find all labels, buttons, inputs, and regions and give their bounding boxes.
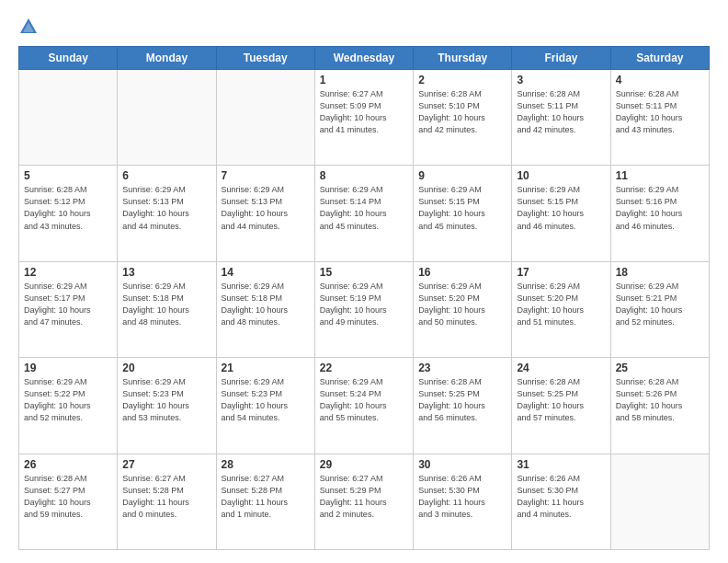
logo-icon (18, 17, 39, 37)
calendar-day-cell: 24Sunrise: 6:28 AM Sunset: 5:25 PM Dayli… (512, 358, 610, 454)
day-number: 16 (418, 266, 506, 279)
day-info: Sunrise: 6:29 AM Sunset: 5:18 PM Dayligh… (122, 281, 210, 328)
day-info: Sunrise: 6:29 AM Sunset: 5:15 PM Dayligh… (418, 184, 506, 232)
day-number: 29 (320, 458, 408, 471)
day-of-week-header: Thursday (414, 47, 512, 70)
day-number: 9 (418, 169, 506, 182)
day-number: 26 (24, 458, 112, 471)
day-number: 3 (517, 74, 605, 86)
calendar-day-cell: 23Sunrise: 6:28 AM Sunset: 5:25 PM Dayli… (414, 358, 512, 454)
day-info: Sunrise: 6:29 AM Sunset: 5:17 PM Dayligh… (24, 281, 112, 328)
calendar-day-cell: 12Sunrise: 6:29 AM Sunset: 5:17 PM Dayli… (19, 261, 118, 357)
day-info: Sunrise: 6:26 AM Sunset: 5:30 PM Dayligh… (517, 473, 605, 521)
day-info: Sunrise: 6:29 AM Sunset: 5:22 PM Dayligh… (24, 376, 112, 424)
day-number: 12 (24, 266, 112, 279)
calendar-table: SundayMondayTuesdayWednesdayThursdayFrid… (18, 46, 710, 550)
calendar-day-cell: 3Sunrise: 6:28 AM Sunset: 5:11 PM Daylig… (512, 70, 610, 166)
day-info: Sunrise: 6:28 AM Sunset: 5:26 PM Dayligh… (616, 376, 704, 424)
calendar-week-row: 26Sunrise: 6:28 AM Sunset: 5:27 PM Dayli… (19, 454, 710, 549)
calendar-day-cell: 4Sunrise: 6:28 AM Sunset: 5:11 PM Daylig… (610, 70, 709, 166)
calendar-week-row: 1Sunrise: 6:27 AM Sunset: 5:09 PM Daylig… (19, 70, 710, 166)
day-number: 10 (517, 169, 605, 182)
day-info: Sunrise: 6:29 AM Sunset: 5:23 PM Dayligh… (122, 376, 210, 424)
calendar-day-cell: 22Sunrise: 6:29 AM Sunset: 5:24 PM Dayli… (314, 358, 413, 454)
day-info: Sunrise: 6:29 AM Sunset: 5:19 PM Dayligh… (320, 281, 408, 328)
day-info: Sunrise: 6:28 AM Sunset: 5:10 PM Dayligh… (418, 88, 506, 136)
header (18, 17, 710, 37)
day-number: 4 (616, 74, 704, 86)
page: SundayMondayTuesdayWednesdayThursdayFrid… (0, 0, 728, 563)
day-info: Sunrise: 6:29 AM Sunset: 5:23 PM Dayligh… (222, 376, 310, 424)
day-number: 2 (418, 74, 506, 86)
calendar-day-cell: 28Sunrise: 6:27 AM Sunset: 5:28 PM Dayli… (216, 454, 314, 549)
day-of-week-header: Sunday (19, 47, 118, 70)
calendar-day-cell: 19Sunrise: 6:29 AM Sunset: 5:22 PM Dayli… (19, 358, 118, 454)
calendar-day-cell: 13Sunrise: 6:29 AM Sunset: 5:18 PM Dayli… (118, 261, 216, 357)
day-info: Sunrise: 6:28 AM Sunset: 5:12 PM Dayligh… (24, 184, 112, 232)
day-info: Sunrise: 6:29 AM Sunset: 5:13 PM Dayligh… (222, 184, 310, 232)
day-number: 5 (24, 169, 112, 182)
calendar-day-cell: 27Sunrise: 6:27 AM Sunset: 5:28 PM Dayli… (118, 454, 216, 549)
calendar-day-cell: 18Sunrise: 6:29 AM Sunset: 5:21 PM Dayli… (610, 261, 709, 357)
day-number: 30 (418, 458, 506, 471)
day-number: 21 (222, 362, 310, 374)
calendar-header-row: SundayMondayTuesdayWednesdayThursdayFrid… (19, 47, 710, 70)
calendar-day-cell: 6Sunrise: 6:29 AM Sunset: 5:13 PM Daylig… (118, 166, 216, 261)
day-number: 31 (517, 458, 605, 471)
calendar-day-cell: 9Sunrise: 6:29 AM Sunset: 5:15 PM Daylig… (414, 166, 512, 261)
day-of-week-header: Wednesday (314, 47, 413, 70)
day-info: Sunrise: 6:29 AM Sunset: 5:14 PM Dayligh… (320, 184, 408, 232)
day-info: Sunrise: 6:29 AM Sunset: 5:24 PM Dayligh… (320, 376, 408, 424)
day-number: 13 (122, 266, 210, 279)
calendar-week-row: 12Sunrise: 6:29 AM Sunset: 5:17 PM Dayli… (19, 261, 710, 357)
calendar-day-cell: 5Sunrise: 6:28 AM Sunset: 5:12 PM Daylig… (19, 166, 118, 261)
calendar-day-cell: 21Sunrise: 6:29 AM Sunset: 5:23 PM Dayli… (216, 358, 314, 454)
calendar-day-cell: 7Sunrise: 6:29 AM Sunset: 5:13 PM Daylig… (216, 166, 314, 261)
day-info: Sunrise: 6:27 AM Sunset: 5:28 PM Dayligh… (222, 473, 310, 521)
day-number: 25 (616, 362, 704, 374)
day-number: 1 (320, 74, 408, 86)
day-number: 15 (320, 266, 408, 279)
calendar-day-cell: 20Sunrise: 6:29 AM Sunset: 5:23 PM Dayli… (118, 358, 216, 454)
day-number: 17 (517, 266, 605, 279)
calendar-day-cell: 2Sunrise: 6:28 AM Sunset: 5:10 PM Daylig… (414, 70, 512, 166)
day-of-week-header: Friday (512, 47, 610, 70)
calendar-day-cell (610, 454, 709, 549)
day-info: Sunrise: 6:28 AM Sunset: 5:25 PM Dayligh… (517, 376, 605, 424)
day-info: Sunrise: 6:29 AM Sunset: 5:13 PM Dayligh… (122, 184, 210, 232)
logo (18, 17, 40, 37)
calendar-day-cell: 1Sunrise: 6:27 AM Sunset: 5:09 PM Daylig… (314, 70, 413, 166)
day-number: 18 (616, 266, 704, 279)
calendar-day-cell: 26Sunrise: 6:28 AM Sunset: 5:27 PM Dayli… (19, 454, 118, 549)
day-info: Sunrise: 6:28 AM Sunset: 5:25 PM Dayligh… (418, 376, 506, 424)
day-info: Sunrise: 6:27 AM Sunset: 5:28 PM Dayligh… (122, 473, 210, 521)
calendar-day-cell: 16Sunrise: 6:29 AM Sunset: 5:20 PM Dayli… (414, 261, 512, 357)
day-number: 27 (122, 458, 210, 471)
day-of-week-header: Saturday (610, 47, 709, 70)
calendar-day-cell: 29Sunrise: 6:27 AM Sunset: 5:29 PM Dayli… (314, 454, 413, 549)
calendar-day-cell (118, 70, 216, 166)
calendar-day-cell: 14Sunrise: 6:29 AM Sunset: 5:18 PM Dayli… (216, 261, 314, 357)
day-info: Sunrise: 6:26 AM Sunset: 5:30 PM Dayligh… (418, 473, 506, 521)
day-number: 11 (616, 169, 704, 182)
calendar-week-row: 5Sunrise: 6:28 AM Sunset: 5:12 PM Daylig… (19, 166, 710, 261)
calendar-day-cell: 15Sunrise: 6:29 AM Sunset: 5:19 PM Dayli… (314, 261, 413, 357)
day-info: Sunrise: 6:28 AM Sunset: 5:11 PM Dayligh… (517, 88, 605, 136)
day-info: Sunrise: 6:27 AM Sunset: 5:29 PM Dayligh… (320, 473, 408, 521)
day-number: 7 (222, 169, 310, 182)
day-info: Sunrise: 6:28 AM Sunset: 5:11 PM Dayligh… (616, 88, 704, 136)
day-info: Sunrise: 6:29 AM Sunset: 5:21 PM Dayligh… (616, 281, 704, 328)
day-number: 6 (122, 169, 210, 182)
day-info: Sunrise: 6:28 AM Sunset: 5:27 PM Dayligh… (24, 473, 112, 521)
day-info: Sunrise: 6:29 AM Sunset: 5:20 PM Dayligh… (418, 281, 506, 328)
day-info: Sunrise: 6:29 AM Sunset: 5:18 PM Dayligh… (222, 281, 310, 328)
day-info: Sunrise: 6:29 AM Sunset: 5:15 PM Dayligh… (517, 184, 605, 232)
calendar-day-cell: 10Sunrise: 6:29 AM Sunset: 5:15 PM Dayli… (512, 166, 610, 261)
calendar-day-cell: 31Sunrise: 6:26 AM Sunset: 5:30 PM Dayli… (512, 454, 610, 549)
calendar-day-cell: 17Sunrise: 6:29 AM Sunset: 5:20 PM Dayli… (512, 261, 610, 357)
day-number: 23 (418, 362, 506, 374)
calendar-day-cell: 8Sunrise: 6:29 AM Sunset: 5:14 PM Daylig… (314, 166, 413, 261)
calendar-day-cell: 30Sunrise: 6:26 AM Sunset: 5:30 PM Dayli… (414, 454, 512, 549)
calendar-day-cell (216, 70, 314, 166)
calendar-day-cell: 25Sunrise: 6:28 AM Sunset: 5:26 PM Dayli… (610, 358, 709, 454)
